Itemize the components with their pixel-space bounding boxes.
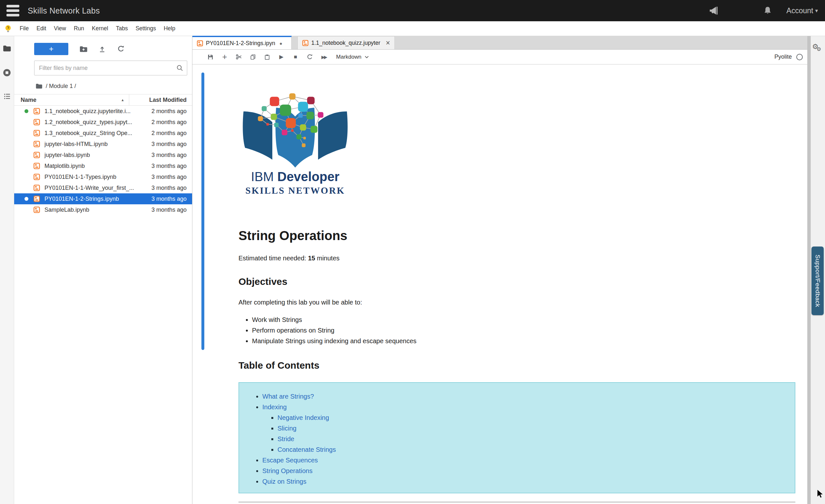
folder-icon (35, 83, 43, 89)
estimated-time: Estimated time needed: 15 minutes (238, 254, 795, 263)
toc-item: Quiz on Strings (262, 476, 782, 487)
breadcrumb[interactable]: / Module 1 / (14, 78, 192, 94)
menu-edit[interactable]: Edit (32, 25, 50, 32)
toc-heading: Table of Contents (238, 361, 795, 370)
toc-link[interactable]: Stride (278, 435, 294, 442)
cut-cells-icon[interactable] (232, 51, 246, 64)
restart-kernel-icon[interactable] (303, 51, 317, 64)
menu-run[interactable]: Run (70, 25, 88, 32)
stop-kernel-icon[interactable]: ■ (288, 51, 303, 64)
file-row[interactable]: PY0101EN-1-1-Write_your_first_...3 month… (14, 183, 192, 193)
upload-icon[interactable] (93, 43, 111, 55)
filter-files-input[interactable] (34, 61, 187, 75)
notifications-bell-icon[interactable] (761, 4, 774, 17)
toc-link[interactable]: Concatenate Strings (278, 446, 336, 453)
file-row[interactable]: jupyter-labs.ipynb3 months ago (14, 149, 192, 160)
file-name: SampleLab.ipynb (45, 207, 89, 213)
file-list: 1.1_notebook_quizz.jupyterlite.i...2 mon… (14, 106, 192, 215)
selected-cell-indicator[interactable] (202, 73, 204, 350)
restart-run-all-icon[interactable]: ▶▶ (317, 51, 331, 64)
toc-link[interactable]: Indexing (262, 404, 287, 411)
column-header-last-modified[interactable]: Last Modified (129, 94, 192, 105)
file-row[interactable]: 1.3_notebook_quizz_String Ope...2 months… (14, 128, 192, 139)
paste-cells-icon[interactable] (260, 51, 274, 64)
toc-link[interactable]: Escape Sequences (262, 457, 318, 464)
menu-file[interactable]: File (16, 25, 32, 32)
file-row[interactable]: 1.2_notebook_quizz_types.jupyt...2 month… (14, 117, 192, 128)
file-last-modified: 3 months ago (151, 152, 192, 158)
toc-item: String Operations (262, 465, 782, 476)
file-name: PY0101EN-1-1-Write_your_first_... (45, 185, 134, 192)
main-area: PY0101EN-1-2-Strings.ipyn ● 1.1_notebook… (193, 36, 807, 504)
menu-bar: FileEditViewRunKernelTabsSettingsHelp (0, 21, 825, 36)
scrollbar-track[interactable] (807, 36, 811, 504)
kernel-indicator[interactable]: Pyolite (774, 54, 807, 60)
mouse-cursor (817, 489, 825, 499)
run-cell-icon[interactable]: ▶ (274, 51, 288, 64)
file-last-modified: 3 months ago (151, 141, 192, 148)
notebook-icon (33, 185, 40, 191)
new-launcher-button[interactable]: + (34, 43, 68, 55)
file-last-modified: 3 months ago (151, 207, 192, 213)
file-last-modified: 3 months ago (151, 174, 192, 181)
cell-divider (238, 502, 795, 502)
save-icon[interactable] (203, 51, 218, 64)
dot-spacer (24, 120, 28, 124)
file-last-modified: 2 months ago (151, 119, 192, 126)
running-kernels-tab-icon[interactable] (3, 68, 11, 77)
objectives-list: Work with StringsPerform operations on S… (238, 314, 795, 346)
lightbulb-icon[interactable] (4, 24, 12, 33)
notebook-icon (33, 141, 40, 147)
menu-settings[interactable]: Settings (132, 25, 160, 32)
refresh-icon[interactable] (111, 43, 130, 55)
objectives-heading: Objectives (238, 277, 795, 286)
file-name: PY0101EN-1-2-Strings.ipynb (45, 196, 119, 202)
menu-kernel[interactable]: Kernel (88, 25, 112, 32)
copy-cells-icon[interactable] (246, 51, 260, 64)
menu-tabs[interactable]: Tabs (112, 25, 132, 32)
property-inspector-gears-icon[interactable]: ⚙⚙ (812, 43, 821, 52)
toc-link[interactable]: Negative Indexing (278, 414, 329, 421)
menu-help[interactable]: Help (160, 25, 179, 32)
insert-cell-icon[interactable]: + (218, 51, 232, 64)
hamburger-menu-icon[interactable] (6, 5, 19, 16)
account-menu[interactable]: Account ▾ (786, 6, 818, 15)
sort-ascending-icon: ▲ (121, 98, 125, 102)
toc-link[interactable]: Slicing (278, 425, 297, 432)
support-feedback-tab[interactable]: Support/Feedback (812, 246, 824, 315)
file-last-modified: 2 months ago (151, 130, 192, 137)
search-icon (176, 64, 184, 72)
tab-bar: PY0101EN-1-2-Strings.ipyn ● 1.1_notebook… (193, 36, 807, 50)
skills-network-logo: IBM Developer SKILLS NETWORK (238, 64, 795, 196)
file-row[interactable]: PY0101EN-1-1-Types.ipynb3 months ago (14, 171, 192, 183)
file-row[interactable]: SampleLab.ipynb3 months ago (14, 204, 192, 215)
menu-view[interactable]: View (50, 25, 70, 32)
toc-item: Slicing (278, 423, 782, 434)
file-row[interactable]: jupyter-labs-HTML.ipynb3 months ago (14, 139, 192, 149)
toc-item: IndexingNegative IndexingSlicingStrideCo… (262, 402, 782, 455)
cell-type-dropdown[interactable]: Markdown (336, 54, 369, 60)
tab-notebook-quizz[interactable]: 1.1_notebook_quizz.jupyter × (297, 36, 395, 49)
file-row[interactable]: 1.1_notebook_quizz.jupyterlite.i...2 mon… (14, 106, 192, 117)
new-folder-icon[interactable] (74, 43, 93, 55)
file-row[interactable]: PY0101EN-1-2-Strings.ipynb3 months ago (14, 193, 192, 204)
notebook-icon (33, 130, 40, 136)
toc-link[interactable]: What are Strings? (262, 393, 314, 400)
table-of-contents-tab-icon[interactable] (3, 92, 11, 100)
notebook-icon (33, 152, 40, 158)
toc-item: Negative Indexing (278, 413, 782, 423)
file-name: PY0101EN-1-1-Types.ipynb (45, 174, 116, 181)
toc-link[interactable]: String Operations (262, 467, 313, 474)
objective-item: Manipulate Strings using indexing and es… (252, 336, 795, 346)
announcements-megaphone-icon[interactable] (707, 4, 720, 17)
column-header-name[interactable]: Name ▲ (14, 97, 129, 103)
objective-item: Perform operations on String (252, 325, 795, 336)
close-tab-icon[interactable]: × (386, 39, 390, 47)
toc-link[interactable]: Quiz on Strings (262, 478, 306, 485)
file-row[interactable]: Matplotlib.ipynb3 months ago (14, 160, 192, 171)
file-browser-tab-folder-icon[interactable] (3, 45, 11, 52)
dot-spacer (24, 208, 28, 212)
markdown-cell[interactable]: IBM Developer SKILLS NETWORK String Oper… (238, 64, 795, 502)
notebook-icon (33, 207, 40, 213)
tab-py0101en-strings[interactable]: PY0101EN-1-2-Strings.ipyn ● (193, 36, 292, 49)
